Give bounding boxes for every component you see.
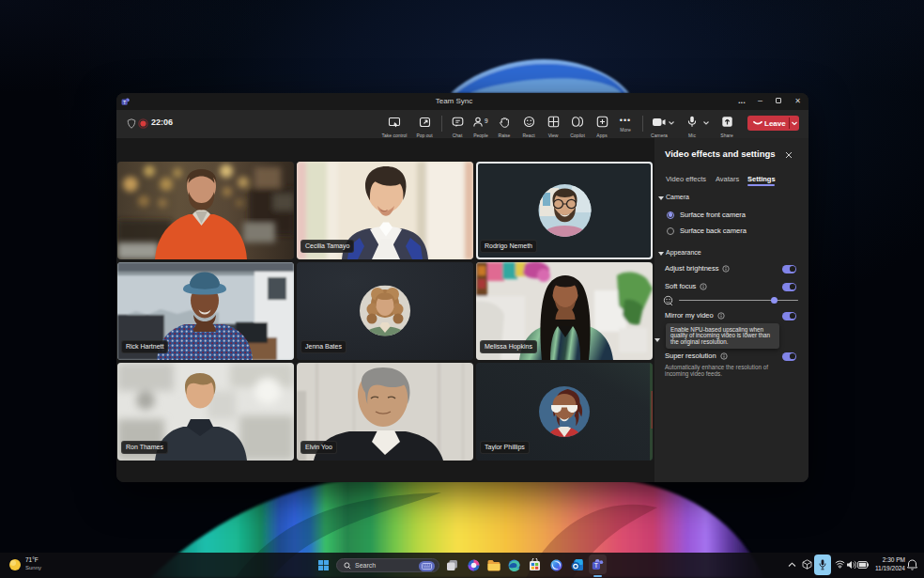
svg-text:9: 9	[485, 117, 488, 124]
svg-text:T: T	[594, 562, 598, 569]
